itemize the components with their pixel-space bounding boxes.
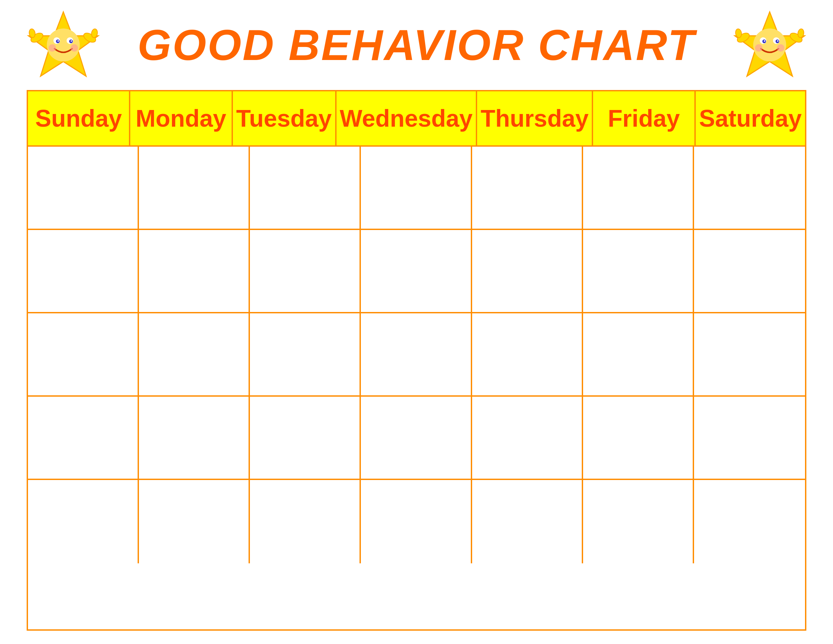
svg-point-20 (764, 40, 765, 42)
cell-r1-tue[interactable] (250, 147, 361, 229)
page-container: GOOD BEHAVIOR CHART (6, 0, 827, 644)
header-sunday: Sunday (28, 91, 130, 145)
cell-r1-fri[interactable] (583, 147, 694, 229)
cell-r3-mon[interactable] (139, 313, 250, 395)
cell-r1-sat[interactable] (694, 147, 805, 229)
star-mascot-left (27, 8, 100, 82)
header-saturday: Saturday (696, 91, 805, 145)
star-mascot-right (733, 8, 806, 82)
svg-point-7 (71, 40, 72, 42)
svg-point-9 (71, 44, 78, 52)
cell-r5-thu[interactable] (472, 480, 583, 564)
cell-r3-fri[interactable] (583, 313, 694, 395)
cell-r3-thu[interactable] (472, 313, 583, 395)
header-wednesday: Wednesday (336, 91, 478, 145)
cell-r3-wed[interactable] (361, 313, 472, 395)
cell-r2-tue[interactable] (250, 230, 361, 312)
cell-r2-fri[interactable] (583, 230, 694, 312)
cell-r2-wed[interactable] (361, 230, 472, 312)
cell-r3-sun[interactable] (28, 313, 139, 395)
header-thursday: Thursday (477, 91, 593, 145)
header: GOOD BEHAVIOR CHART (27, 13, 806, 77)
behavior-chart: Sunday Monday Tuesday Wednesday Thursday… (27, 90, 806, 631)
cell-r5-sun[interactable] (28, 480, 139, 564)
cell-r4-sat[interactable] (694, 397, 805, 479)
cell-r4-tue[interactable] (250, 397, 361, 479)
cell-r1-sun[interactable] (28, 147, 139, 229)
cell-r2-sat[interactable] (694, 230, 805, 312)
cell-r2-mon[interactable] (139, 230, 250, 312)
cell-r1-thu[interactable] (472, 147, 583, 229)
cell-r5-fri[interactable] (583, 480, 694, 564)
cell-r1-mon[interactable] (139, 147, 250, 229)
cell-r4-thu[interactable] (472, 397, 583, 479)
cell-r2-thu[interactable] (472, 230, 583, 312)
svg-point-21 (777, 40, 778, 42)
chart-rows (28, 147, 805, 564)
cell-r5-sat[interactable] (694, 480, 805, 564)
cell-r2-sun[interactable] (28, 230, 139, 312)
cell-r3-sat[interactable] (694, 313, 805, 395)
svg-point-23 (777, 44, 784, 52)
cell-r4-mon[interactable] (139, 397, 250, 479)
page-title: GOOD BEHAVIOR CHART (138, 20, 696, 70)
day-header-row: Sunday Monday Tuesday Wednesday Thursday… (28, 91, 805, 147)
cell-r3-tue[interactable] (250, 313, 361, 395)
header-friday: Friday (593, 91, 695, 145)
header-monday: Monday (130, 91, 233, 145)
header-tuesday: Tuesday (233, 91, 336, 145)
cell-r4-wed[interactable] (361, 397, 472, 479)
cell-r5-wed[interactable] (361, 480, 472, 564)
svg-point-6 (57, 40, 59, 42)
chart-row-1 (28, 147, 805, 230)
chart-row-5 (28, 480, 805, 564)
cell-r5-tue[interactable] (250, 480, 361, 564)
cell-r4-fri[interactable] (583, 397, 694, 479)
cell-r1-wed[interactable] (361, 147, 472, 229)
chart-row-4 (28, 397, 805, 480)
chart-row-3 (28, 313, 805, 397)
svg-point-22 (755, 44, 762, 52)
cell-r4-sun[interactable] (28, 397, 139, 479)
svg-point-8 (49, 44, 56, 52)
cell-r5-mon[interactable] (139, 480, 250, 564)
chart-row-2 (28, 230, 805, 313)
